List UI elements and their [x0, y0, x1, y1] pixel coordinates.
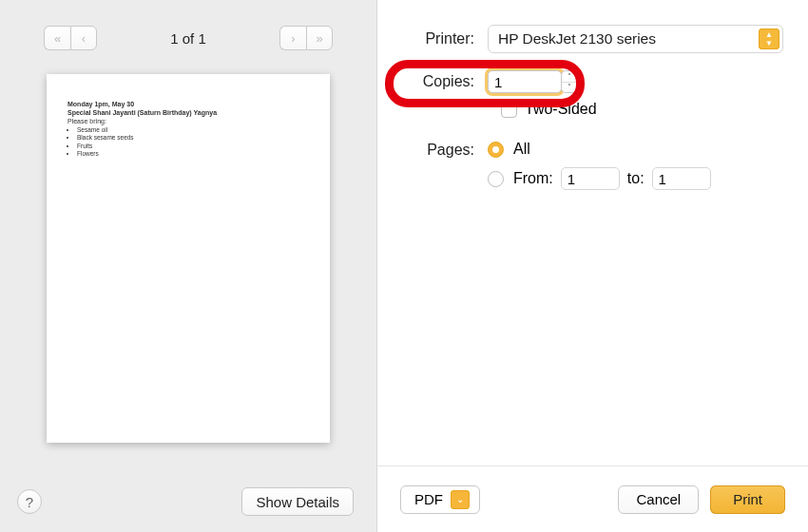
pdf-menu-button[interactable]: PDF ⌄: [400, 485, 480, 514]
preview-panel: « ‹ 1 of 1 › » Monday 1pm, May 30 Specia…: [0, 0, 377, 532]
preview-container: Monday 1pm, May 30 Special Shani Jayanti…: [0, 57, 376, 471]
pages-from-input[interactable]: [561, 167, 620, 190]
pages-row: Pages: All From: to:: [402, 141, 783, 190]
printer-row: Printer: HP DeskJet 2130 series ▲▼: [402, 25, 783, 53]
preview-nav: « ‹ 1 of 1 › »: [0, 0, 376, 57]
copies-row: Copies: ˄ ˅: [402, 70, 783, 93]
pages-all-option[interactable]: All: [488, 141, 719, 158]
left-footer: ? Show Details: [0, 471, 376, 532]
doc-line-2: Special Shani Jayanti (Saturn Birthday) …: [67, 109, 309, 118]
right-footer: PDF ⌄ Cancel Print: [377, 466, 808, 532]
two-sided-row: Two-Sided: [402, 101, 783, 118]
doc-list: Sesame oil Black sesame seeds Fruits Flo…: [77, 126, 309, 158]
next-page-button[interactable]: ›: [279, 26, 306, 50]
doc-list-item: Black sesame seeds: [77, 134, 309, 142]
copies-stepper[interactable]: ˄ ˅: [561, 70, 578, 93]
stepper-up-icon[interactable]: ˄: [562, 71, 577, 83]
prev-page-button[interactable]: ‹: [70, 26, 97, 50]
printer-select[interactable]: HP DeskJet 2130 series ▲▼: [488, 25, 783, 53]
dropdown-caret-icon: ▲▼: [759, 28, 779, 49]
nav-next-group: › »: [279, 26, 333, 50]
show-details-button[interactable]: Show Details: [241, 487, 354, 516]
options-panel: Printer: HP DeskJet 2130 series ▲▼ Copie…: [377, 0, 808, 532]
last-page-button[interactable]: »: [306, 26, 333, 50]
pages-to-input[interactable]: [652, 167, 711, 190]
cancel-button[interactable]: Cancel: [618, 485, 699, 514]
pages-options: All From: to:: [488, 141, 719, 190]
chevron-down-icon: ⌄: [451, 490, 470, 509]
two-sided-label: Two-Sided: [525, 101, 597, 118]
pages-all-label: All: [513, 141, 530, 158]
two-sided-checkbox[interactable]: [501, 102, 517, 118]
doc-list-item: Fruits: [77, 142, 309, 150]
printer-label: Printer:: [402, 30, 488, 48]
print-button[interactable]: Print: [710, 485, 785, 514]
pages-from-label: From:: [513, 170, 553, 187]
copies-label: Copies:: [402, 73, 488, 90]
page-indicator: 1 of 1: [170, 30, 206, 47]
pages-label: Pages:: [402, 141, 488, 160]
page-preview: Monday 1pm, May 30 Special Shani Jayanti…: [47, 74, 330, 443]
form-area: Printer: HP DeskJet 2130 series ▲▼ Copie…: [377, 0, 808, 207]
pages-range-option[interactable]: From: to:: [488, 167, 719, 190]
stepper-down-icon[interactable]: ˅: [562, 83, 577, 93]
doc-list-item: Sesame oil: [77, 126, 309, 134]
printer-value: HP DeskJet 2130 series: [498, 30, 656, 48]
nav-prev-group: « ‹: [44, 26, 97, 50]
doc-list-item: Flowers: [77, 150, 309, 158]
radio-range[interactable]: [488, 171, 504, 187]
pages-to-label: to:: [627, 170, 644, 187]
first-page-button[interactable]: «: [44, 26, 70, 50]
copies-input[interactable]: [488, 70, 562, 93]
doc-line-3: Please bring:: [67, 118, 309, 126]
doc-line-1: Monday 1pm, May 30: [67, 101, 309, 109]
help-button[interactable]: ?: [17, 489, 42, 514]
radio-all[interactable]: [488, 142, 504, 158]
pdf-label: PDF: [414, 491, 443, 507]
